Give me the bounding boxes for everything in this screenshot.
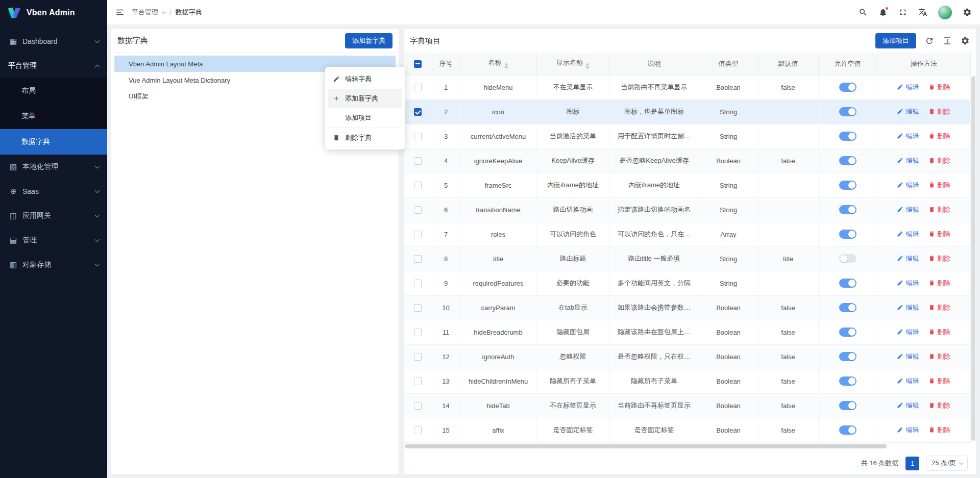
edit-button[interactable]: 编辑: [897, 205, 919, 214]
delete-button[interactable]: 删除: [928, 132, 950, 141]
allow-null-toggle[interactable]: [839, 254, 856, 263]
context-menu-item[interactable]: 添加新字典: [328, 89, 402, 108]
context-menu-item[interactable]: 编辑字典: [328, 69, 402, 89]
delete-button[interactable]: 删除: [928, 425, 950, 435]
edit-button[interactable]: 编辑: [897, 303, 919, 312]
allow-null-toggle[interactable]: [839, 205, 856, 214]
allow-null-toggle[interactable]: [839, 83, 856, 92]
table-row[interactable]: 6 transitionName 路由切换动画 指定该路由切换的动画名 Stri…: [404, 197, 971, 222]
edit-button[interactable]: 编辑: [897, 425, 919, 435]
column-header[interactable]: 允许空值: [818, 53, 877, 75]
edit-button[interactable]: 编辑: [897, 156, 919, 165]
menu-fold-icon[interactable]: [115, 8, 125, 17]
delete-button[interactable]: 删除: [928, 156, 950, 165]
sidebar-item-saas[interactable]: ⊕ Saas: [0, 179, 107, 204]
sidebar-item-localization[interactable]: ▧ 本地化管理: [0, 155, 107, 179]
refresh-icon[interactable]: [925, 36, 934, 45]
delete-button[interactable]: 删除: [928, 328, 950, 337]
row-checkbox[interactable]: [414, 133, 422, 140]
sidebar-item-storage[interactable]: ▥ 对象存储: [0, 253, 107, 277]
table-row[interactable]: 13 hideChildrenInMenu 隐藏所有子菜单 隐藏所有子菜单 Bo…: [404, 369, 971, 393]
table-row[interactable]: 2 icon 图标 图标，也是菜单图标 String 编辑 删除: [404, 99, 971, 124]
context-menu-item[interactable]: 删除字典: [328, 128, 402, 147]
context-menu-item[interactable]: 添加项目: [328, 108, 402, 128]
row-checkbox[interactable]: [414, 108, 422, 116]
row-checkbox[interactable]: [414, 426, 422, 434]
sidebar-item-menu[interactable]: 菜单: [0, 104, 107, 129]
allow-null-toggle[interactable]: [839, 376, 856, 386]
delete-button[interactable]: 删除: [928, 303, 950, 312]
breadcrumb-root[interactable]: 平台管理: [132, 8, 158, 17]
column-header[interactable]: 操作方法: [877, 53, 971, 75]
table-settings-gear-icon[interactable]: [961, 36, 970, 45]
table-row[interactable]: 3 currentActiveMenu 当前激活的菜单 用于配置详情页时左侧… …: [404, 124, 971, 148]
allow-null-toggle[interactable]: [839, 279, 856, 288]
column-header[interactable]: 名称: [460, 53, 536, 75]
sidebar-item-platform[interactable]: 平台管理: [0, 54, 107, 78]
edit-button[interactable]: 编辑: [897, 328, 919, 337]
delete-button[interactable]: 删除: [928, 205, 950, 214]
allow-null-toggle[interactable]: [839, 303, 856, 312]
allow-null-toggle[interactable]: [839, 156, 856, 165]
row-checkbox[interactable]: [414, 255, 422, 263]
row-checkbox[interactable]: [414, 353, 422, 361]
edit-button[interactable]: 编辑: [897, 132, 919, 141]
allow-null-toggle[interactable]: [839, 181, 856, 190]
translate-icon[interactable]: [918, 8, 927, 17]
table-row[interactable]: 1 hideMenu 不在菜单显示 当前路由不再菜单显示 Boolean fal…: [404, 75, 971, 99]
row-checkbox[interactable]: [414, 157, 422, 165]
sidebar-item-gateway[interactable]: ◫ 应用网关: [0, 204, 107, 228]
page-1-button[interactable]: 1: [905, 457, 919, 470]
logo[interactable]: Vben Admin: [0, 0, 107, 25]
edit-button[interactable]: 编辑: [897, 352, 919, 361]
add-item-button[interactable]: 添加项目: [875, 33, 916, 48]
allow-null-toggle[interactable]: [839, 132, 856, 141]
column-header[interactable]: 显示名称: [536, 53, 609, 75]
page-size-select[interactable]: 25 条/页: [926, 456, 968, 471]
edit-button[interactable]: 编辑: [897, 279, 919, 288]
allow-null-toggle[interactable]: [839, 328, 856, 337]
edit-button[interactable]: 编辑: [897, 376, 919, 386]
sort-icons[interactable]: [585, 63, 590, 69]
sidebar-item-layout[interactable]: 布局: [0, 78, 107, 104]
column-header[interactable]: 序号: [432, 53, 460, 75]
delete-button[interactable]: 删除: [928, 254, 950, 263]
edit-button[interactable]: 编辑: [897, 254, 919, 263]
delete-button[interactable]: 删除: [928, 401, 950, 410]
column-header[interactable]: 默认值: [758, 53, 818, 75]
edit-button[interactable]: 编辑: [897, 83, 919, 92]
select-all-checkbox[interactable]: [414, 60, 422, 68]
row-checkbox[interactable]: [414, 402, 422, 410]
table-row[interactable]: 11 hideBreadcrumb 隐藏面包屑 隐藏该路由在面包屑上… Bool…: [404, 320, 971, 344]
allow-null-toggle[interactable]: [839, 230, 856, 239]
edit-button[interactable]: 编辑: [897, 401, 919, 410]
row-checkbox[interactable]: [414, 280, 422, 287]
settings-gear-icon[interactable]: [963, 8, 972, 17]
edit-button[interactable]: 编辑: [897, 107, 919, 116]
sidebar-item-data-dictionary[interactable]: 数据字典: [0, 129, 107, 155]
allow-null-toggle[interactable]: [839, 352, 856, 361]
table-row[interactable]: 8 title 路由标题 路由title 一般必填 String title 编…: [404, 246, 971, 271]
sidebar-item-manage[interactable]: ▤ 管理: [0, 228, 107, 253]
column-header[interactable]: 值类型: [699, 53, 758, 75]
table-row[interactable]: 4 ignoreKeepAlive KeepAlive缓存 是否忽略KeepAl…: [404, 148, 971, 173]
edit-button[interactable]: 编辑: [897, 230, 919, 239]
delete-button[interactable]: 删除: [928, 230, 950, 239]
table-row[interactable]: 7 roles 可以访问的角色 可以访问的角色，只在… Array 编辑 删除: [404, 222, 971, 246]
row-checkbox[interactable]: [414, 329, 422, 336]
row-checkbox[interactable]: [414, 182, 422, 189]
row-checkbox[interactable]: [414, 206, 422, 214]
table-row[interactable]: 15 affix 是否固定标签 是否固定标签 Boolean false 编辑 …: [404, 418, 971, 442]
fullscreen-icon[interactable]: [898, 8, 908, 17]
delete-button[interactable]: 删除: [928, 279, 950, 288]
edit-button[interactable]: 编辑: [897, 181, 919, 190]
delete-button[interactable]: 删除: [928, 352, 950, 361]
table-row[interactable]: 10 carryParam 在tab显示 如果该路由会携带参数… Boolean…: [404, 295, 971, 320]
sidebar-item-dashboard[interactable]: ▦ Dashboard: [0, 29, 107, 54]
row-checkbox[interactable]: [414, 304, 422, 312]
column-header[interactable]: 说明: [609, 53, 699, 75]
row-checkbox[interactable]: [414, 84, 422, 91]
delete-button[interactable]: 删除: [928, 83, 950, 92]
allow-null-toggle[interactable]: [839, 425, 856, 435]
row-checkbox[interactable]: [414, 378, 422, 385]
